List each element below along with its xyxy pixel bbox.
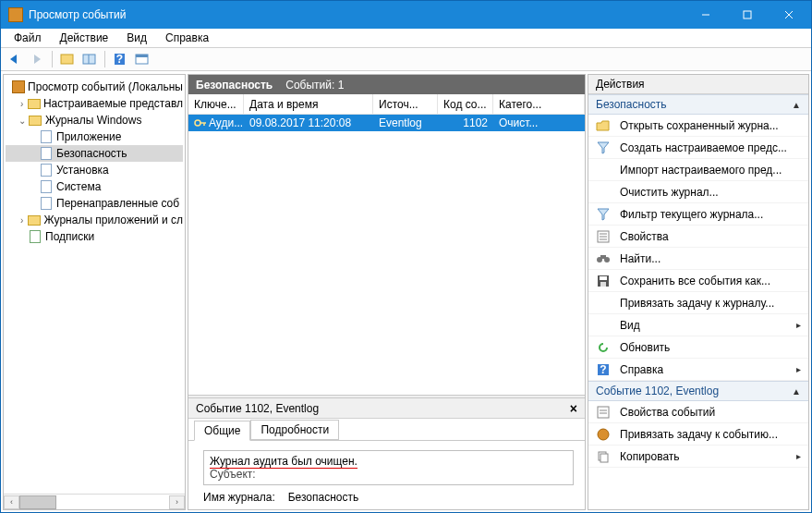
view-icon: [596, 318, 611, 333]
tree-h-scrollbar[interactable]: ‹ ›: [4, 494, 185, 509]
cell-source: Eventlog: [373, 116, 438, 129]
tree-log-forwarded[interactable]: Перенаправленные соб: [6, 195, 183, 212]
actions-section-event[interactable]: Событие 1102, Eventlog▲: [588, 381, 808, 401]
back-button[interactable]: [5, 49, 25, 69]
scroll-right-button[interactable]: ›: [169, 495, 185, 509]
action-refresh[interactable]: Обновить: [588, 336, 808, 359]
detail-subject-label: Субъект:: [210, 468, 567, 481]
tree-log-application-label: Приложение: [56, 130, 121, 143]
cell-eventid: 1102: [438, 116, 493, 129]
tree-root-label: Просмотр событий (Локальны: [28, 80, 183, 93]
action-import-custom-view[interactable]: Импорт настраиваемого пред...: [588, 159, 808, 181]
cell-keywords: Ауди...: [209, 116, 243, 129]
minimize-button[interactable]: [685, 1, 726, 29]
action-attach-task-log[interactable]: Привязать задачу к журналу...: [588, 292, 808, 314]
action-copy[interactable]: Копировать▸: [588, 446, 808, 468]
action-help[interactable]: ?Справка▸: [588, 359, 808, 381]
col-eventid[interactable]: Код со...: [438, 94, 493, 114]
menu-help[interactable]: Справка: [158, 30, 216, 46]
event-row[interactable]: Ауди... 09.08.2017 11:20:08 Eventlog 110…: [188, 115, 585, 131]
toolbar: ?: [1, 47, 811, 71]
window-title: Просмотр событий: [29, 8, 685, 21]
action-open-saved-log[interactable]: Открыть сохраненный журна...: [588, 115, 808, 137]
svg-text:?: ?: [116, 53, 123, 66]
tree-log-setup[interactable]: Установка: [6, 162, 183, 178]
action-attach-task-event[interactable]: Привязать задачу к событию...: [588, 423, 808, 446]
detail-tabs: Общие Подробности: [188, 419, 585, 441]
actions-section-log[interactable]: Безопасность▲: [588, 94, 808, 115]
properties-icon: [596, 405, 611, 420]
col-keywords[interactable]: Ключе...: [188, 94, 244, 114]
tree-app-services[interactable]: ›Журналы приложений и сл: [6, 212, 183, 228]
help-button[interactable]: ?: [110, 49, 130, 69]
maximize-button[interactable]: [726, 1, 768, 29]
tree-windows-logs[interactable]: ⌄Журналы Windows: [6, 112, 183, 128]
properties-icon: [596, 229, 611, 244]
folder-open-icon: [596, 118, 611, 133]
svg-rect-23: [600, 282, 606, 287]
events-header-name: Безопасность: [196, 79, 273, 92]
tree-root[interactable]: Просмотр событий (Локальны: [6, 79, 183, 95]
tree-custom-views[interactable]: ›Настраиваемые представл: [6, 95, 183, 112]
action-clear-log[interactable]: Очистить журнал...: [588, 181, 808, 203]
detail-title: Событие 1102, Eventlog: [196, 402, 319, 415]
task-icon: [596, 427, 611, 442]
detail-logname-value: Безопасность: [288, 491, 359, 504]
log-icon: [39, 197, 54, 210]
show-hide-tree-button[interactable]: [57, 49, 78, 69]
tree-subscriptions[interactable]: Подписки: [6, 228, 183, 245]
tree-log-system[interactable]: Система: [6, 178, 183, 195]
detail-close-button[interactable]: ×: [570, 401, 577, 416]
action-create-custom-view[interactable]: Создать настраиваемое предс...: [588, 137, 808, 159]
action-save-all[interactable]: Сохранить все события как...: [588, 270, 808, 292]
actions-header: Действия: [588, 75, 808, 94]
chevron-right-icon: ▸: [796, 451, 801, 461]
menu-file[interactable]: Файл: [6, 30, 49, 46]
chevron-right-icon: ▸: [796, 320, 801, 330]
tree-log-application[interactable]: Приложение: [6, 128, 183, 145]
events-body: Ауди... 09.08.2017 11:20:08 Eventlog 110…: [188, 115, 585, 395]
scroll-thumb[interactable]: [19, 495, 56, 509]
action-filter-log[interactable]: Фильтр текущего журнала...: [588, 203, 808, 226]
clear-icon: [596, 185, 611, 200]
save-icon: [596, 274, 611, 288]
action-properties[interactable]: Свойства: [588, 226, 808, 248]
key-icon: [194, 117, 207, 128]
tree-pane: Просмотр событий (Локальны ›Настраиваемы…: [3, 74, 186, 510]
svg-rect-31: [600, 454, 608, 462]
col-source[interactable]: Источ...: [373, 94, 438, 114]
svg-rect-10: [136, 55, 148, 57]
tree-custom-views-label: Настраиваемые представл: [43, 97, 183, 110]
col-category[interactable]: Катего...: [493, 94, 585, 114]
action-event-properties[interactable]: Свойства событий: [588, 401, 808, 423]
columns-button[interactable]: [79, 49, 100, 69]
log-icon: [39, 147, 54, 160]
tree-log-security-label: Безопасность: [56, 147, 127, 160]
action-view[interactable]: Вид▸: [588, 314, 808, 336]
events-pane: Безопасность Событий: 1 Ключе... Дата и …: [188, 74, 586, 510]
task-icon: [596, 296, 611, 311]
forward-button[interactable]: [27, 49, 47, 69]
tree-log-security[interactable]: Безопасность: [6, 145, 183, 162]
close-button[interactable]: [768, 1, 809, 29]
collapse-icon: ▲: [792, 100, 801, 110]
scroll-left-button[interactable]: ‹: [4, 495, 19, 509]
folder-icon: [28, 114, 42, 127]
svg-rect-22: [600, 276, 607, 280]
pane-button[interactable]: [132, 49, 152, 69]
menu-action[interactable]: Действие: [53, 30, 116, 46]
tree-log-forwarded-label: Перенаправленные соб: [56, 197, 179, 210]
svg-point-29: [598, 429, 609, 440]
tree-windows-logs-label: Журналы Windows: [45, 114, 141, 127]
chevron-right-icon: ▸: [796, 364, 801, 374]
menu-view[interactable]: Вид: [119, 30, 154, 46]
tab-details[interactable]: Подробности: [250, 420, 339, 440]
action-find[interactable]: Найти...: [588, 248, 808, 270]
funnel-icon: [596, 140, 611, 155]
actions-section-event-label: Событие 1102, Eventlog: [596, 385, 719, 397]
tab-general[interactable]: Общие: [194, 421, 250, 441]
col-datetime[interactable]: Дата и время: [244, 94, 373, 114]
titlebar[interactable]: Просмотр событий: [1, 1, 811, 29]
cell-datetime: 09.08.2017 11:20:08: [244, 116, 373, 129]
svg-rect-4: [61, 55, 73, 64]
